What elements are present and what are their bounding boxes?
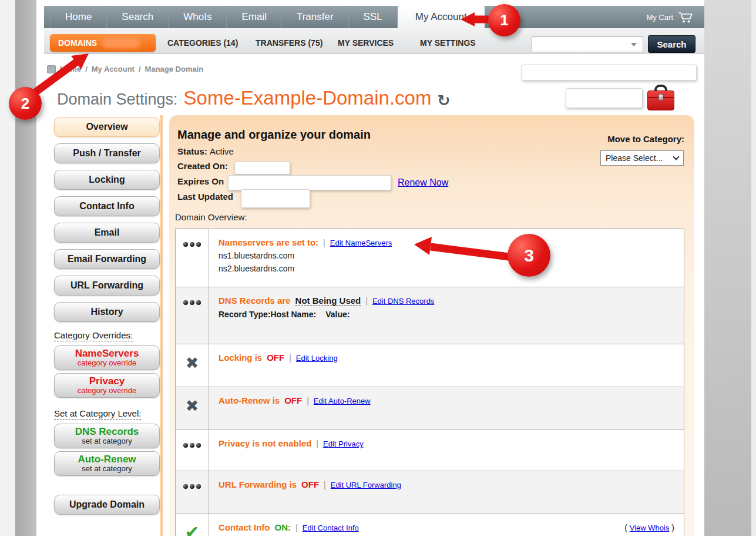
status-line: Status: Active — [177, 146, 234, 156]
table-row-url-forwarding: URL Forwarding is OFF | Edit URL Forward… — [176, 471, 684, 514]
category-title: Auto-Renew — [78, 454, 136, 465]
edit-dns-records-link[interactable]: Edit DNS Records — [372, 297, 434, 306]
annotation-circle-3: 3 — [508, 234, 550, 277]
subnav-item-transfers[interactable]: TRANSFERS (75) — [256, 38, 322, 48]
breadcrumb-manage-domain: Manage Domain — [145, 65, 204, 73]
sidebar-item-email-forwarding[interactable]: Email Forwarding — [54, 249, 160, 269]
domains-count-redacted — [102, 38, 140, 48]
expires-label: Expires On — [177, 176, 224, 186]
nameserver-1: ns1.bluestardns.com — [219, 250, 674, 263]
table-row-locking: ✖ Locking is OFF | Edit Locking — [176, 344, 684, 387]
tab-email[interactable]: Email — [227, 6, 282, 28]
breadcrumb-icon — [47, 65, 56, 73]
tab-ssl[interactable]: SSL — [349, 6, 398, 28]
override-subtitle: category override — [78, 387, 136, 395]
row-title: Nameservers are set to: — [219, 237, 318, 247]
sidebar-item-overview[interactable]: Overview — [54, 117, 160, 137]
edit-locking-link[interactable]: Edit Locking — [296, 354, 338, 363]
dots-icon — [183, 484, 201, 514]
tab-whois[interactable]: WhoIs — [169, 6, 227, 28]
sidebar-item-contact-info[interactable]: Contact Info — [54, 196, 160, 216]
dots-icon — [183, 242, 201, 287]
url-forwarding-status: OFF — [301, 479, 319, 489]
domain-search-combobox[interactable] — [532, 36, 643, 52]
x-icon: ✖ — [186, 355, 199, 387]
row-title: Contact Info — [219, 522, 270, 532]
bottom-margin — [0, 536, 756, 547]
category-subtitle: set at category — [82, 465, 132, 473]
edit-url-forwarding-link[interactable]: Edit URL Forwarding — [331, 481, 401, 489]
dns-not-used-label: Not Being Used — [295, 296, 361, 306]
right-edge-margin — [751, 0, 756, 536]
breadcrumb-home[interactable]: Home — [60, 65, 81, 73]
row-title: Privacy is not enabled — [219, 438, 311, 448]
sidebar-item-privacy-override[interactable]: Privacy category override — [54, 373, 160, 398]
section-heading: Manage and organize your domain — [177, 128, 371, 142]
view-whois-link[interactable]: View Whois — [630, 523, 670, 532]
my-cart-label: My Cart — [647, 13, 674, 22]
chevron-down-icon — [631, 43, 637, 46]
cart-icon — [678, 11, 694, 24]
left-outer-margin — [0, 0, 15, 536]
subnav-item-categories[interactable]: CATEGORIES (14) — [167, 38, 238, 48]
annotation-circle-2: 2 — [9, 87, 42, 120]
category-title: DNS Records — [75, 427, 139, 438]
refresh-icon[interactable]: ↻ — [437, 92, 450, 109]
nameserver-2: ns2.bluestardns.com — [219, 263, 674, 276]
breadcrumb-separator: / — [85, 65, 88, 73]
tab-my-account[interactable]: My Account — [398, 6, 485, 28]
redacted-box — [241, 189, 310, 208]
sidebar-item-dns-records-category[interactable]: DNS Records set at category — [54, 424, 160, 448]
domain-name: Some-Example-Domain.com — [184, 87, 432, 109]
sidebar-item-url-forwarding[interactable]: URL Forwarding — [54, 276, 160, 296]
subnav-tab-domains[interactable]: DOMAINS — [50, 34, 156, 52]
edit-contact-info-link[interactable]: Edit Contact Info — [303, 523, 359, 532]
subnav-item-my-services[interactable]: MY SERVICES — [338, 38, 394, 48]
set-at-category-label: Set at Category Level: — [54, 408, 160, 418]
breadcrumb: Home / My Account / Manage Domain — [47, 65, 203, 73]
sidebar-item-push-transfer[interactable]: Push / Transfer — [54, 143, 160, 163]
search-button[interactable]: Search — [648, 35, 695, 53]
table-row-auto-renew: ✖ Auto-Renew is OFF | Edit Auto-Renew — [176, 387, 684, 429]
upgrade-domain-button[interactable]: Upgrade Domain — [54, 495, 160, 515]
left-gray-strip — [15, 0, 36, 536]
dots-icon — [183, 443, 201, 471]
edit-privacy-link[interactable]: Edit Privacy — [323, 439, 364, 448]
sidebar-item-history[interactable]: History — [54, 302, 160, 322]
view-whois: ( View Whois ) — [624, 523, 674, 532]
sidebar-item-nameservers-override[interactable]: NameServers category override — [54, 345, 160, 370]
sidebar-item-locking[interactable]: Locking — [54, 170, 160, 190]
edit-nameservers-link[interactable]: Edit NameServers — [330, 239, 392, 247]
row-title: URL Forwarding is — [219, 479, 297, 489]
override-title: NameServers — [75, 348, 139, 360]
annotation-circle-1: 1 — [488, 4, 520, 36]
category-overrides-label: Category Overrides: — [54, 330, 160, 340]
domain-overview-label: Domain Overview: — [175, 212, 247, 222]
updated-label: Last Updated — [177, 192, 233, 202]
sidebar-divider — [160, 115, 163, 536]
toolbox-icon[interactable] — [647, 85, 674, 111]
my-cart[interactable]: My Cart — [647, 6, 705, 28]
tab-transfer[interactable]: Transfer — [282, 6, 349, 28]
edit-auto-renew-link[interactable]: Edit Auto-Renew — [314, 397, 371, 405]
move-to-category-select[interactable]: Please Select... — [600, 150, 684, 166]
top-navigation: Home Search WhoIs Email Transfer SSL My … — [44, 6, 704, 28]
tab-home[interactable]: Home — [50, 6, 107, 28]
breadcrumb-my-account[interactable]: My Account — [92, 65, 135, 73]
redacted-box — [234, 162, 290, 174]
move-to-category-label: Move to Category: — [587, 134, 684, 144]
sidebar-item-email[interactable]: Email — [54, 223, 160, 243]
tab-search[interactable]: Search — [107, 6, 169, 28]
select-value: Please Select... — [606, 153, 663, 163]
renew-now-link[interactable]: Renew Now — [398, 177, 448, 188]
row-title: Locking is — [219, 353, 262, 363]
locking-status: OFF — [267, 353, 284, 363]
status-label: Status: — [177, 146, 207, 156]
sub-navigation: DOMAINS CATEGORIES (14) TRANSFERS (75) M… — [44, 28, 704, 54]
expires-line: Expires On — [177, 176, 224, 186]
subnav-item-my-settings[interactable]: MY SETTINGS — [420, 38, 476, 48]
status-value: Active — [210, 146, 234, 156]
row-title: DNS Records are — [219, 296, 291, 306]
created-line: Created On: — [177, 161, 228, 171]
sidebar-item-auto-renew-category[interactable]: Auto-Renew set at category — [54, 451, 160, 476]
